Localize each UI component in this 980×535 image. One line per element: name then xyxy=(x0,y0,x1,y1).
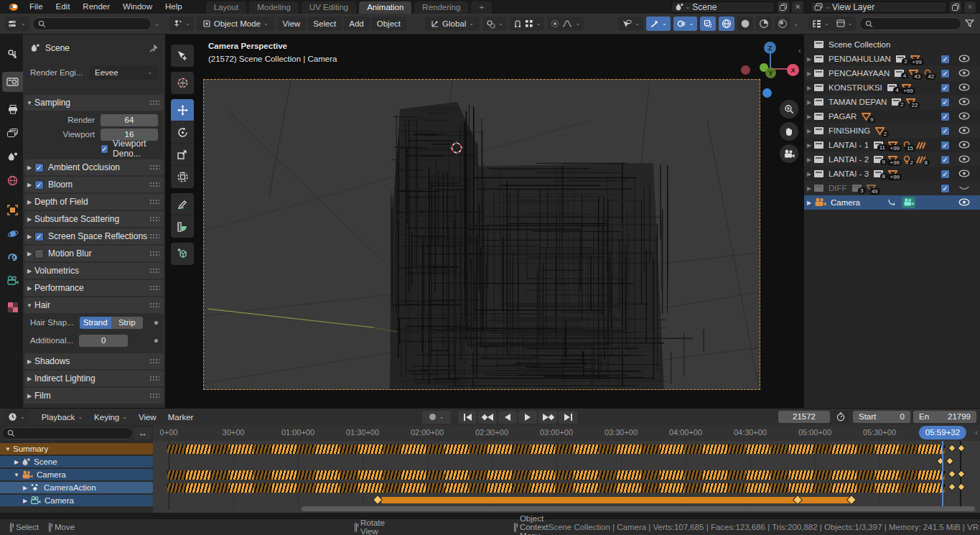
properties-tab-physics[interactable] xyxy=(2,223,23,243)
collection-name[interactable]: KONSTRUKSI xyxy=(829,83,882,92)
region-collapse-arrow[interactable]: ‹ xyxy=(975,428,978,437)
panel-grip-icon[interactable] xyxy=(149,164,159,171)
workspace-tab-layout[interactable]: Layout xyxy=(206,1,247,14)
menu-help[interactable]: Help xyxy=(159,0,189,14)
axis-z-ball[interactable]: Z xyxy=(764,42,776,54)
panel-section-performance[interactable]: ▶Performance xyxy=(24,280,164,296)
zoom-button[interactable] xyxy=(780,100,798,118)
expand-arrow-icon[interactable]: ▶ xyxy=(24,376,34,382)
panel-section-hair[interactable]: ▼Hair xyxy=(24,297,164,313)
snapping-pivot-button[interactable]: ⌄ xyxy=(482,17,507,31)
rotate-tool-button[interactable] xyxy=(171,121,194,144)
properties-tab-view-layer[interactable] xyxy=(2,123,23,143)
pin-icon[interactable] xyxy=(149,44,158,53)
eye-icon[interactable] xyxy=(958,55,970,62)
expand-arrow-icon[interactable]: ▶ xyxy=(24,251,34,257)
frame-start-field[interactable]: Start0 xyxy=(853,411,910,423)
expand-arrow-icon[interactable]: ▶ xyxy=(804,128,814,134)
jump-to-end-button[interactable] xyxy=(559,411,577,424)
eye-icon[interactable] xyxy=(958,126,970,134)
collection-name[interactable]: PAGAR xyxy=(829,112,857,121)
collection-checkbox[interactable]: ✓ xyxy=(941,69,950,78)
viewport-menu-add[interactable]: Add xyxy=(343,17,369,31)
scale-tool-button[interactable] xyxy=(171,144,194,166)
properties-tab-texture[interactable] xyxy=(2,297,23,317)
xray-toggle[interactable] xyxy=(700,17,716,31)
transform-orientation-selector[interactable]: Global ⌄ xyxy=(425,17,480,31)
collection-checkbox[interactable]: ✓ xyxy=(941,55,950,64)
properties-tab-object-data[interactable] xyxy=(2,271,23,291)
add-workspace-button[interactable]: + xyxy=(471,1,492,14)
play-button[interactable] xyxy=(518,411,537,424)
channel-camera[interactable]: ▶Camera xyxy=(0,495,153,506)
viewport-menu-select[interactable]: Select xyxy=(307,17,342,31)
keyframe-diamond[interactable] xyxy=(948,470,956,478)
measure-tool-button[interactable] xyxy=(171,215,194,238)
outliner-row-konstruksi[interactable]: ▶KONSTRUKSI4+99✓ xyxy=(804,80,980,95)
axis-z-neg-ball[interactable] xyxy=(762,88,772,98)
eye-icon[interactable] xyxy=(958,155,970,163)
outliner-row-lantai-1[interactable]: ▶LANTAI - 111+9915✓ xyxy=(804,138,980,152)
expand-arrow-icon[interactable]: ▶ xyxy=(24,199,34,205)
object-name[interactable]: Camera xyxy=(831,198,860,207)
panel-section-sampling[interactable]: ▼Sampling xyxy=(24,95,164,111)
properties-tab-scene[interactable] xyxy=(2,146,23,167)
panel-grip-icon[interactable] xyxy=(149,182,159,188)
new-view-layer-button[interactable] xyxy=(950,1,961,13)
panel-section-depth-of-field[interactable]: ▶Depth of Field xyxy=(24,194,164,210)
collection-name[interactable]: LANTAI - 3 xyxy=(829,169,869,178)
remove-view-layer-button[interactable]: ✕ xyxy=(964,1,976,13)
timeline-editor-type-button[interactable]: ⌄ xyxy=(4,410,29,424)
eye-icon[interactable] xyxy=(958,83,970,91)
proportional-edit-group[interactable]: ⌄ xyxy=(547,17,584,31)
transform-tool-button[interactable] xyxy=(171,166,194,188)
outliner-row-camera[interactable]: ▶Camera xyxy=(804,195,980,210)
delete-scene-button[interactable]: ✕ xyxy=(792,1,803,13)
channel-scene[interactable]: ▶Scene xyxy=(0,456,153,467)
checkbox-motion-blur[interactable] xyxy=(34,249,44,259)
hair-shape-option-strand[interactable]: Strand xyxy=(80,317,111,329)
outliner-filter-button[interactable] xyxy=(965,19,974,28)
timeline-view-menu[interactable]: View xyxy=(133,410,162,424)
eye-icon[interactable] xyxy=(958,169,970,177)
panel-grip-icon[interactable] xyxy=(149,233,159,240)
overlays-toggle[interactable]: ⌄ xyxy=(673,17,698,31)
eye-icon[interactable] xyxy=(958,69,970,77)
animate-property-dot[interactable] xyxy=(154,339,158,343)
keyframe-diamond[interactable] xyxy=(946,457,953,465)
shading-material-button[interactable] xyxy=(756,17,772,31)
additional-subdiv-field[interactable]: 0 xyxy=(79,335,128,347)
hair-shape-option-strip[interactable]: Strip xyxy=(111,317,143,329)
collection-checkbox[interactable]: ✓ xyxy=(941,155,950,164)
panel-section-motion-blur[interactable]: ▶Motion Blur xyxy=(24,246,164,261)
pan-hand-button[interactable] xyxy=(780,122,798,141)
outliner-row-lantai-2[interactable]: ▶LANTAI - 29+9928✓ xyxy=(804,152,980,167)
keyframe-strip[interactable] xyxy=(167,483,945,493)
panel-grip-icon[interactable] xyxy=(149,100,159,106)
properties-tab-constraints[interactable] xyxy=(2,247,23,267)
playhead[interactable] xyxy=(942,441,943,507)
eye-icon[interactable] xyxy=(958,98,970,106)
expand-arrow-icon[interactable]: ▶ xyxy=(24,358,34,365)
camera-data-icon[interactable] xyxy=(902,197,915,208)
expand-arrow-icon[interactable]: ▶ xyxy=(24,233,34,240)
panel-grip-icon[interactable] xyxy=(149,393,159,399)
expand-arrow-icon[interactable]: ▶ xyxy=(804,99,814,106)
mode-selector[interactable]: Object Mode ⌄ xyxy=(197,17,274,31)
properties-tab-output[interactable] xyxy=(2,99,23,119)
cursor-tool-button[interactable] xyxy=(171,72,194,94)
eye-icon[interactable] xyxy=(958,141,970,149)
outliner-row-finishing[interactable]: ▶FINISHING2✓ xyxy=(804,124,980,138)
collection-checkbox[interactable]: ✓ xyxy=(941,98,950,107)
panel-section-shadows[interactable]: ▶Shadows xyxy=(24,353,164,369)
render-engine-select[interactable]: Eevee⌄ xyxy=(89,65,158,80)
collection-checkbox[interactable]: ✓ xyxy=(941,83,950,93)
workspace-tab-animation[interactable]: Animation xyxy=(359,1,411,14)
dopesheet-key-region[interactable]: 0+0030+0001:00+0001:30+0002:00+0002:30+0… xyxy=(153,425,980,513)
playback-menu[interactable]: Playback⌄ xyxy=(36,410,88,424)
expand-arrow-icon[interactable]: ▶ xyxy=(24,393,34,399)
keyframe-diamond[interactable] xyxy=(373,495,383,505)
auto-keying-button[interactable]: ⌄ xyxy=(422,411,451,424)
eye-icon[interactable] xyxy=(958,112,970,120)
checkbox-bloom[interactable]: ✓ xyxy=(34,180,44,190)
